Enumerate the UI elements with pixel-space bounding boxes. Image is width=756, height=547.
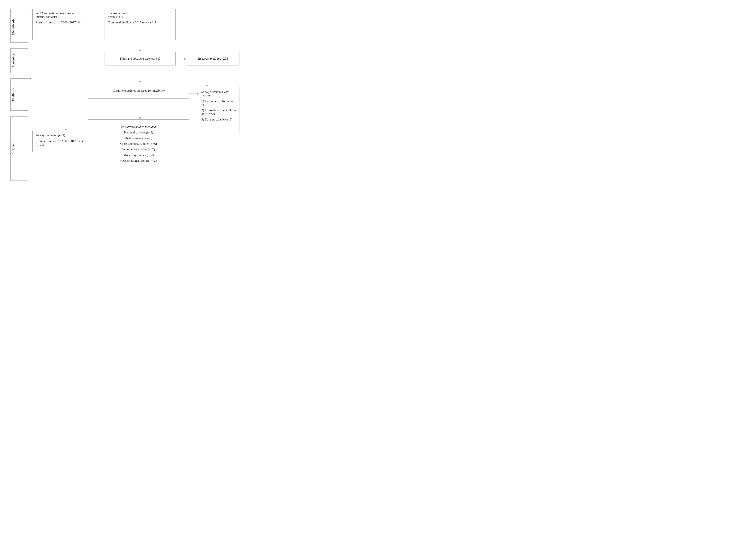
svg-marker-25: [65, 129, 67, 131]
svg-marker-15: [139, 81, 141, 83]
identification-label: Identification: [12, 17, 15, 35]
who-line1: WHO and national websites and: [36, 12, 95, 15]
included-item2: Dietary surveys (n=5): [91, 136, 186, 140]
surveys-excluded-item2: 2) Intake data from children only (n=2): [201, 109, 237, 116]
svg-marker-19: [206, 85, 208, 87]
included-item4: Intervention studies (n=2): [91, 148, 186, 151]
electronic-box: Electronic search: Scopus: 314 Combined …: [105, 9, 176, 40]
included-item6: (Observational) cohort (n=2): [91, 159, 186, 163]
svg-marker-13: [139, 50, 141, 52]
eligibility-label: Eligibility: [12, 88, 15, 101]
electronic-line1: Electronic search:: [108, 12, 173, 15]
surveys-excluded-box: Surveys excluded with reasons 1) Incompl…: [199, 87, 239, 133]
screening-label: Screening: [12, 54, 15, 67]
electronic-line3: Combined duplicates 2017 removed: 1: [108, 21, 173, 24]
included-item3: Cross-sectional studies (n=6): [91, 142, 186, 146]
full-text-text: 19 full text articles assessed for eligi…: [112, 89, 165, 92]
surveys-included-line1: Surveys included (n=3): [36, 134, 95, 137]
records-excluded-text: Records excluded: 294: [198, 57, 228, 60]
included-item5: Modelling studies (n=2): [91, 153, 186, 157]
who-line3: Results from search 2000--2017: 14: [36, 21, 95, 24]
stage-screening: Screening: [10, 48, 28, 73]
electronic-line2: Scopus: 314: [108, 15, 173, 19]
surveys-included-line2: Results from search 2000--2017 included …: [36, 139, 95, 146]
stage-eligibility: Eligibility: [10, 78, 28, 111]
surveys-excluded-item3: 3) Data unrealistic (n=3): [201, 118, 237, 121]
included-main-box: 24 surveys/studies included National sur…: [88, 119, 189, 178]
included-label: Included: [12, 143, 15, 155]
titles-text: Titles and abstract screened: 313: [120, 57, 161, 60]
surveys-excluded-item1: 1) Incomplete information (n=4): [201, 99, 237, 106]
titles-box: Titles and abstract screened: 313: [105, 52, 176, 65]
stage-included: Included: [10, 116, 28, 181]
who-line2: internal contacts: 3: [36, 15, 95, 19]
stage-identification: Identification: [10, 9, 28, 43]
svg-marker-23: [139, 117, 141, 119]
full-text-box: 19 full text articles assessed for eligi…: [88, 83, 189, 99]
records-excluded-box: Records excluded: 294: [186, 52, 239, 65]
included-title: 24 surveys/studies included: [91, 125, 186, 129]
who-box: WHO and national websites and internal c…: [32, 9, 98, 40]
included-item1: National surveys (n=6): [91, 131, 186, 134]
surveys-excluded-title: Surveys excluded with reasons: [201, 90, 237, 97]
